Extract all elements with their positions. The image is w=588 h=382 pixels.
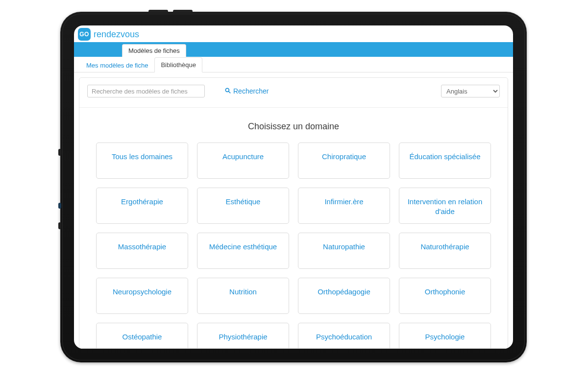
domain-card[interactable]: Naturopathie bbox=[298, 233, 390, 269]
domain-card[interactable]: Acupuncture bbox=[197, 143, 289, 179]
domain-card[interactable]: Nutrition bbox=[197, 278, 289, 314]
section-title: Choisissez un domaine bbox=[96, 121, 491, 132]
content-panel: Rechercher Anglais Choisissez un domaine… bbox=[79, 77, 508, 349]
domain-card[interactable]: Neuropsychologie bbox=[96, 278, 188, 314]
domain-card[interactable]: Tous les domaines bbox=[96, 143, 188, 179]
domain-card[interactable]: Psychoéducation bbox=[298, 323, 390, 348]
domain-card[interactable]: Infirmier.ère bbox=[298, 188, 390, 224]
hardware-indicator bbox=[58, 203, 61, 209]
subtab-mes-modeles[interactable]: Mes modèles de fiche bbox=[80, 58, 154, 72]
domain-card[interactable]: Naturothérapie bbox=[399, 233, 491, 269]
domain-card-label: Intervention en relation d'aide bbox=[406, 197, 484, 216]
domain-card-label: Psychologie bbox=[425, 332, 465, 342]
domain-card[interactable]: Éducation spécialisée bbox=[399, 143, 491, 179]
domain-card[interactable]: Médecine esthétique bbox=[197, 233, 289, 269]
domain-card[interactable]: Orthophonie bbox=[399, 278, 491, 314]
svg-line-1 bbox=[229, 91, 231, 93]
domain-card-label: Naturopathie bbox=[323, 242, 365, 252]
domain-card-label: Massothérapie bbox=[118, 242, 166, 252]
hardware-button bbox=[148, 10, 168, 13]
search-input[interactable] bbox=[87, 85, 205, 97]
search-icon bbox=[224, 87, 231, 96]
domain-card-label: Infirmier.ère bbox=[324, 197, 363, 207]
domain-card-label: Ergothérapie bbox=[121, 197, 163, 207]
search-button[interactable]: Rechercher bbox=[224, 87, 269, 96]
brand-name: rendezvous bbox=[94, 29, 139, 40]
domain-card[interactable]: Esthétique bbox=[197, 188, 289, 224]
domain-card[interactable]: Psychologie bbox=[399, 323, 491, 348]
hardware-button bbox=[173, 10, 193, 13]
domain-card-label: Médecine esthétique bbox=[209, 242, 277, 252]
domain-card[interactable]: Ostéopathie bbox=[96, 323, 188, 348]
hardware-button bbox=[58, 149, 61, 156]
search-button-label: Rechercher bbox=[233, 87, 269, 95]
subtab-bibliotheque[interactable]: Bibliothèque bbox=[154, 57, 202, 72]
domain-card-label: Acupuncture bbox=[222, 152, 264, 162]
domain-card-label: Naturothérapie bbox=[420, 242, 469, 252]
domain-card-label: Esthétique bbox=[226, 197, 261, 207]
domain-card[interactable]: Ergothérapie bbox=[96, 188, 188, 224]
domain-card-label: Éducation spécialisée bbox=[409, 152, 480, 162]
tab-modeles-de-fiches[interactable]: Modèles de fiches bbox=[122, 44, 186, 57]
domain-card-label: Tous les domaines bbox=[112, 152, 172, 162]
domain-card-label: Physiothérapie bbox=[219, 332, 267, 342]
domain-card-label: Nutrition bbox=[229, 287, 257, 297]
domain-card[interactable]: Chiropratique bbox=[298, 143, 390, 179]
language-select[interactable]: Anglais bbox=[441, 85, 500, 97]
primary-nav: Modèles de fiches bbox=[74, 42, 513, 57]
domain-card-label: Ostéopathie bbox=[122, 332, 162, 342]
sub-tabs: Mes modèles de fiche Bibliothèque bbox=[74, 57, 513, 72]
domain-card-label: Chiropratique bbox=[322, 152, 366, 162]
toolbar: Rechercher Anglais bbox=[79, 78, 508, 108]
domain-card[interactable]: Intervention en relation d'aide bbox=[399, 188, 491, 224]
screen: GO rendezvous Modèles de fiches Mes modè… bbox=[74, 25, 513, 349]
domain-card-label: Orthophonie bbox=[425, 287, 466, 297]
tablet-frame: GO rendezvous Modèles de fiches Mes modè… bbox=[60, 12, 527, 362]
domain-card[interactable]: Physiothérapie bbox=[197, 323, 289, 348]
domain-card[interactable]: Massothérapie bbox=[96, 233, 188, 269]
domain-card[interactable]: Orthopédagogie bbox=[298, 278, 390, 314]
panel-body: Choisissez un domaine Tous les domainesA… bbox=[79, 108, 508, 348]
logo-bar: GO rendezvous bbox=[74, 25, 513, 42]
svg-point-0 bbox=[225, 88, 229, 92]
hardware-button bbox=[58, 222, 61, 229]
domain-card-label: Orthopédagogie bbox=[318, 287, 370, 297]
logo-badge: GO bbox=[78, 28, 91, 41]
domain-card-label: Psychoéducation bbox=[316, 332, 372, 342]
domain-card-label: Neuropsychologie bbox=[113, 287, 172, 297]
domain-grid: Tous les domainesAcupunctureChiropratiqu… bbox=[96, 143, 491, 348]
